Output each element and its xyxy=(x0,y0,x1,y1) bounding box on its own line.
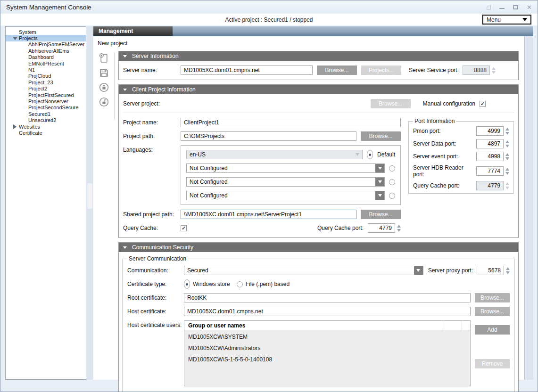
section-header-server-information[interactable]: Server Information xyxy=(119,51,518,61)
chevron-down-icon[interactable] xyxy=(414,266,423,275)
new-project-button[interactable] xyxy=(98,52,109,64)
query-cache-checkbox[interactable] xyxy=(181,225,187,231)
section-server-information: Server Information Server name: Browse..… xyxy=(118,51,519,80)
tree-item-certificate[interactable]: Certificate xyxy=(6,130,86,136)
project-path-input[interactable] xyxy=(181,131,356,141)
tree-item-projects[interactable]: Projects xyxy=(6,35,86,41)
tree-item-projectsecondsecure[interactable]: ProjectSecondSecure xyxy=(6,105,86,111)
add-user-button[interactable]: Add xyxy=(475,325,510,335)
save-button[interactable] xyxy=(98,67,109,78)
language-select-2[interactable]: Not Configured xyxy=(186,163,385,173)
tree-item-n1[interactable]: N1 xyxy=(6,66,86,73)
server-project-label: Server project: xyxy=(123,100,181,107)
spinner-icon[interactable] xyxy=(505,153,509,160)
server-name-browse-button[interactable]: Browse... xyxy=(317,65,357,75)
collapse-icon xyxy=(123,89,127,91)
tab-strip: Management xyxy=(93,26,533,36)
chevron-down-icon[interactable] xyxy=(375,191,384,200)
lock-project-button[interactable] xyxy=(98,82,109,93)
default-language-radio-2[interactable] xyxy=(389,165,395,172)
user-list-item[interactable]: MD1005XCW\Administrators xyxy=(184,343,470,353)
server-name-input[interactable] xyxy=(181,65,313,75)
tree-item-abhiprojsomeemserver[interactable]: AbhiProjSomeEMServer xyxy=(6,41,86,48)
tree-item-projcloud[interactable]: ProjCloud xyxy=(6,73,86,79)
server-service-port-input xyxy=(463,65,490,75)
tab-management[interactable]: Management xyxy=(93,26,173,36)
server-proxy-port-label: Server proxy port: xyxy=(428,267,473,274)
server-data-port-input[interactable] xyxy=(476,139,504,148)
host-certificate-input[interactable] xyxy=(184,307,471,316)
shared-path-browse-button[interactable]: Browse... xyxy=(361,210,401,219)
tree-item-projectnonserver[interactable]: ProjectNonserver xyxy=(6,98,86,104)
tree-item-emnotpresent[interactable]: EMNotPResent xyxy=(6,60,86,66)
pmon-port-input[interactable] xyxy=(476,126,504,136)
tree-item-abhiserverallems[interactable]: AbhiserverAllEms xyxy=(6,48,86,54)
project-path-label: Project path: xyxy=(123,133,181,139)
spinner-icon[interactable] xyxy=(506,267,510,274)
chevron-down-icon[interactable] xyxy=(375,164,384,172)
pem-file-radio[interactable] xyxy=(237,281,243,287)
pem-file-label: File (.pem) based xyxy=(246,281,290,287)
save-icon xyxy=(99,67,109,78)
user-list-item[interactable]: MD1005XCW\SYSTEM xyxy=(184,332,470,342)
tree-item-websites[interactable]: Websites xyxy=(6,123,86,130)
tree-item-projectfirstsecured[interactable]: ProjectFirstSecured xyxy=(6,92,86,98)
manual-configuration-checkbox[interactable] xyxy=(480,101,486,107)
spinner-icon[interactable] xyxy=(505,140,509,147)
lock-icon xyxy=(487,7,491,10)
column-separator xyxy=(444,321,462,330)
communication-label: Communication: xyxy=(127,267,184,274)
new-project-icon xyxy=(99,53,109,64)
language-select-4[interactable]: Not Configured xyxy=(186,191,385,200)
spinner-icon[interactable] xyxy=(505,168,509,175)
tree-item-project-23[interactable]: Project_23 xyxy=(6,79,86,85)
server-event-port-input[interactable] xyxy=(476,152,504,161)
pmon-port-label: Pmon port: xyxy=(413,128,476,134)
expander-right-icon[interactable] xyxy=(13,124,17,129)
menu-dropdown[interactable]: Menu xyxy=(482,15,531,24)
tree-item-dashboard[interactable]: Dashboard xyxy=(6,54,86,60)
certificate-users-list[interactable]: Group or user names MD1005XCW\SYSTEM MD1… xyxy=(184,320,471,386)
section-header-client-project-information[interactable]: Client Project Information xyxy=(119,85,518,94)
splitter-handle[interactable] xyxy=(87,183,92,209)
scrollbar-track[interactable] xyxy=(524,36,533,380)
tree-item-project2[interactable]: Project2 xyxy=(6,86,86,92)
section-header-communication-security[interactable]: Communication Security xyxy=(119,243,518,252)
root-certificate-input[interactable] xyxy=(184,293,471,302)
server-proxy-port-input[interactable] xyxy=(477,266,504,275)
project-path-browse-button[interactable]: Browse... xyxy=(361,131,401,141)
project-name-input[interactable] xyxy=(181,118,401,127)
user-list-item[interactable]: MD1005XCW\S-1-5-5-0-1400108 xyxy=(184,354,470,364)
chevron-down-icon xyxy=(353,150,362,159)
server-hdb-reader-port-input[interactable] xyxy=(476,166,504,176)
panel-splitter[interactable] xyxy=(87,26,93,380)
spinner-icon[interactable] xyxy=(505,128,509,135)
server-communication-legend: Server Communication xyxy=(127,255,188,262)
host-certificate-label: Host certificate: xyxy=(127,308,184,315)
minimize-button[interactable] xyxy=(499,8,505,9)
app-window: System Management Console ✕ Active proje… xyxy=(0,0,538,392)
spinner-icon xyxy=(505,182,509,189)
query-cache-port-input[interactable] xyxy=(368,223,395,233)
default-language-radio[interactable] xyxy=(367,150,373,159)
expander-down-icon[interactable] xyxy=(13,37,17,40)
maximize-button[interactable] xyxy=(513,5,518,9)
communication-select[interactable]: Secured xyxy=(184,266,423,275)
windows-store-radio[interactable] xyxy=(184,279,190,289)
tree-item-secured1[interactable]: Secured1 xyxy=(6,111,86,117)
query-cache-port-label: Query Cache port: xyxy=(317,225,364,231)
close-button[interactable]: ✕ xyxy=(527,4,532,10)
tree-item-unsecured2[interactable]: Unsecured2 xyxy=(6,117,86,123)
chevron-down-icon[interactable] xyxy=(375,178,384,186)
windows-store-label: Windows store xyxy=(193,281,230,287)
default-language-radio-3[interactable] xyxy=(389,179,395,185)
spinner-icon[interactable] xyxy=(397,225,401,232)
default-language-radio-4[interactable] xyxy=(389,193,395,199)
root-certificate-browse-button[interactable]: Browse... xyxy=(475,293,510,302)
collapse-icon xyxy=(123,55,127,57)
shared-project-path-input[interactable] xyxy=(181,210,356,219)
tree-item-system[interactable]: System xyxy=(6,29,86,35)
language-select-3[interactable]: Not Configured xyxy=(186,177,385,187)
host-certificate-browse-button[interactable]: Browse... xyxy=(475,307,510,316)
unlock-project-button[interactable] xyxy=(98,96,109,107)
